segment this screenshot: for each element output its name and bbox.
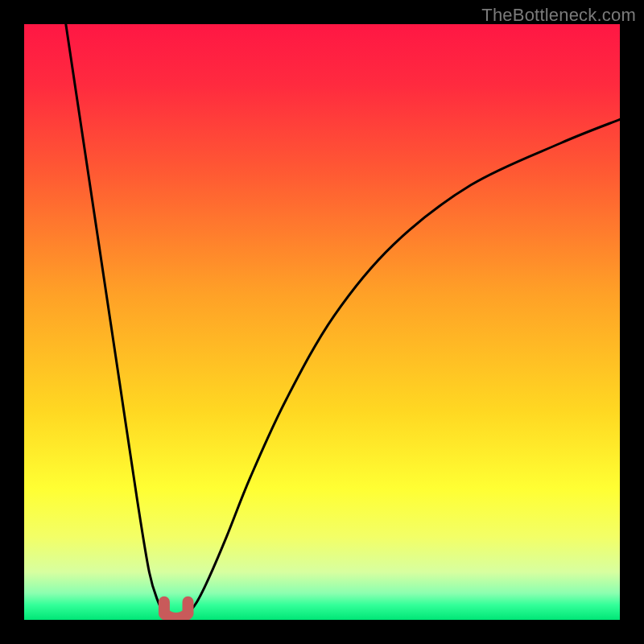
plot-frame xyxy=(24,24,620,620)
bottleneck-chart xyxy=(24,24,620,620)
heat-gradient-bg xyxy=(24,24,620,620)
watermark-text: TheBottleneck.com xyxy=(481,5,636,26)
